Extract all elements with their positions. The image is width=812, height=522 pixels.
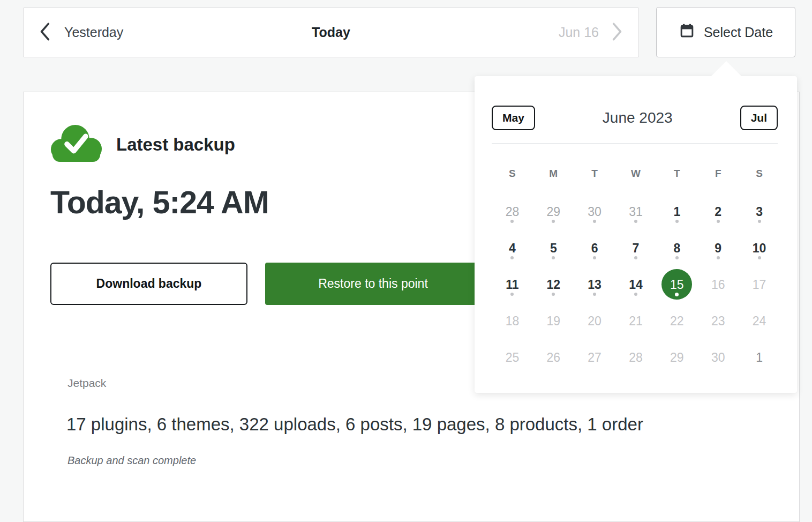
day-number: 18 bbox=[492, 315, 533, 327]
day-number: 26 bbox=[533, 351, 574, 364]
day-number: 29 bbox=[656, 351, 697, 364]
backup-available-dot bbox=[634, 220, 637, 223]
next-month-button[interactable]: Jul bbox=[740, 106, 778, 130]
chevron-left-icon[interactable] bbox=[39, 21, 50, 44]
calendar-day: 25 bbox=[492, 339, 533, 376]
calendar-day: 22 bbox=[656, 303, 697, 339]
day-number: 21 bbox=[615, 315, 657, 327]
popover-pointer bbox=[711, 61, 741, 76]
calendar-day[interactable]: 11 bbox=[492, 266, 533, 303]
day-number: 28 bbox=[492, 205, 533, 218]
date-nav-prev[interactable]: Yesterday bbox=[39, 21, 123, 44]
calendar-day[interactable]: 30 bbox=[574, 193, 615, 230]
day-number: 20 bbox=[574, 315, 615, 327]
calendar-day[interactable]: 7 bbox=[615, 230, 657, 266]
calendar-day[interactable]: 3 bbox=[739, 193, 780, 230]
calendar-day[interactable]: 28 bbox=[492, 193, 533, 230]
backup-available-dot bbox=[510, 256, 514, 259]
backup-available-dot bbox=[717, 220, 720, 223]
day-number: 1 bbox=[739, 351, 780, 364]
day-number: 28 bbox=[615, 351, 657, 364]
day-number: 29 bbox=[533, 205, 574, 218]
calendar-day: 23 bbox=[697, 303, 739, 339]
download-backup-button[interactable]: Download backup bbox=[50, 263, 247, 305]
backup-available-dot bbox=[552, 220, 555, 223]
day-number: 17 bbox=[739, 278, 780, 291]
backup-available-dot bbox=[634, 256, 637, 259]
calendar-day: 30 bbox=[697, 339, 739, 376]
day-number: 9 bbox=[697, 242, 739, 255]
date-picker-popover: May June 2023 Jul SMTWTFS 28293031123456… bbox=[475, 76, 797, 393]
calendar-day[interactable]: 10 bbox=[739, 230, 780, 266]
nav-prev-label[interactable]: Yesterday bbox=[64, 25, 123, 40]
day-number: 31 bbox=[615, 205, 657, 218]
backup-contents-summary: 17 plugins, 6 themes, 322 uploads, 6 pos… bbox=[66, 414, 643, 435]
day-number: 13 bbox=[574, 278, 615, 291]
calendar-day[interactable]: 5 bbox=[533, 230, 574, 266]
calendar-divider bbox=[492, 143, 778, 144]
day-number: 6 bbox=[574, 242, 615, 255]
calendar-weekday-row: SMTWTFS bbox=[492, 163, 780, 184]
day-number: 16 bbox=[697, 278, 739, 291]
calendar-icon bbox=[679, 23, 695, 42]
calendar-day: 26 bbox=[533, 339, 574, 376]
calendar-day: 1 bbox=[739, 339, 780, 376]
calendar-day-selected[interactable]: 15 bbox=[656, 266, 697, 303]
backup-available-dot bbox=[593, 293, 596, 296]
day-number: 27 bbox=[574, 351, 615, 364]
calendar-day: 27 bbox=[574, 339, 615, 376]
backup-available-dot bbox=[593, 220, 596, 223]
day-number: 23 bbox=[697, 315, 739, 327]
weekday-label: T bbox=[656, 163, 697, 184]
backup-source-label: Jetpack bbox=[67, 377, 106, 390]
calendar-header: May June 2023 Jul bbox=[492, 106, 778, 130]
calendar-day[interactable]: 8 bbox=[656, 230, 697, 266]
select-date-button[interactable]: Select Date bbox=[656, 7, 795, 57]
backup-status-row: Latest backup bbox=[50, 124, 235, 165]
date-nav-bar: Yesterday Today Jun 16 bbox=[23, 8, 639, 57]
calendar-day[interactable]: 6 bbox=[574, 230, 615, 266]
day-number: 19 bbox=[533, 315, 574, 327]
calendar-day: 21 bbox=[615, 303, 657, 339]
nav-next-label: Jun 16 bbox=[559, 25, 599, 40]
calendar-day[interactable]: 31 bbox=[615, 193, 657, 230]
calendar-day[interactable]: 14 bbox=[615, 266, 657, 303]
calendar-day[interactable]: 29 bbox=[533, 193, 574, 230]
calendar-day-grid: 2829303112345678910111213141516171819202… bbox=[492, 193, 780, 376]
calendar-day: 24 bbox=[739, 303, 780, 339]
backup-available-dot bbox=[758, 256, 761, 259]
day-number: 4 bbox=[492, 242, 533, 255]
day-number: 11 bbox=[492, 278, 533, 291]
weekday-label: S bbox=[492, 163, 533, 184]
backup-available-dot bbox=[552, 256, 555, 259]
calendar-day[interactable]: 13 bbox=[574, 266, 615, 303]
calendar-day[interactable]: 4 bbox=[492, 230, 533, 266]
calendar-day[interactable]: 2 bbox=[697, 193, 739, 230]
weekday-label: M bbox=[533, 163, 574, 184]
backup-time-title: Today, 5:24 AM bbox=[50, 184, 269, 221]
day-number: 8 bbox=[656, 242, 697, 255]
prev-month-button[interactable]: May bbox=[492, 106, 535, 130]
backup-status-note: Backup and scan complete bbox=[67, 454, 196, 467]
day-number: 1 bbox=[656, 205, 697, 218]
backup-available-dot bbox=[510, 293, 514, 296]
calendar-day: 28 bbox=[615, 339, 657, 376]
restore-button[interactable]: Restore to this point bbox=[265, 263, 481, 305]
calendar-day: 18 bbox=[492, 303, 533, 339]
calendar-day: 29 bbox=[656, 339, 697, 376]
day-number: 30 bbox=[574, 205, 615, 218]
day-number: 30 bbox=[697, 351, 739, 364]
calendar-day[interactable]: 9 bbox=[697, 230, 739, 266]
select-date-label: Select Date bbox=[704, 25, 773, 40]
backup-available-dot bbox=[675, 256, 679, 259]
backup-available-dot bbox=[675, 220, 679, 223]
date-nav-next: Jun 16 bbox=[559, 21, 623, 44]
calendar-day[interactable]: 12 bbox=[533, 266, 574, 303]
calendar-day: 19 bbox=[533, 303, 574, 339]
cloud-check-icon bbox=[50, 124, 102, 165]
calendar-day: 17 bbox=[739, 266, 780, 303]
calendar-day[interactable]: 1 bbox=[656, 193, 697, 230]
day-number: 25 bbox=[492, 351, 533, 364]
day-number: 15 bbox=[656, 278, 697, 291]
day-number: 5 bbox=[533, 242, 574, 255]
